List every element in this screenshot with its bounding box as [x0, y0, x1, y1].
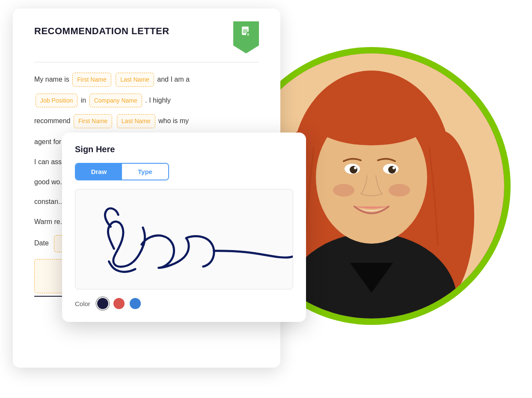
- sign-modal-title: Sign Here: [75, 144, 293, 154]
- doc-header: RECOMMENDATION LETTER $: [34, 26, 259, 53]
- color-dot-blue[interactable]: [130, 298, 141, 309]
- paragraph-1: My name is First Name Last Name and I am…: [34, 73, 259, 87]
- text-recommend: recommend: [34, 117, 72, 124]
- text-who-is-my: who is my: [158, 117, 189, 124]
- svg-point-15: [392, 167, 395, 169]
- svg-text:$: $: [247, 32, 250, 36]
- color-label: Color: [75, 300, 90, 307]
- text-constan: constan...: [34, 198, 64, 205]
- date-label: Date: [34, 239, 49, 247]
- field-company-name[interactable]: Company Name: [89, 94, 142, 108]
- text-in: in: [81, 96, 88, 103]
- signature-drawing: [75, 189, 293, 289]
- scene: RECOMMENDATION LETTER $: [0, 0, 532, 398]
- svg-point-13: [388, 166, 396, 174]
- svg-point-12: [350, 166, 357, 174]
- color-dot-dark[interactable]: [97, 298, 108, 309]
- tab-type[interactable]: Type: [122, 164, 168, 180]
- paragraph-2: Job Position in Company Name . I highly: [34, 94, 259, 108]
- header-divider: [34, 62, 259, 62]
- text-warm-re: Warm re...: [34, 218, 66, 225]
- text-good-wo: good wo...: [34, 178, 66, 186]
- field-job-position[interactable]: Job Position: [36, 94, 77, 108]
- field-first-name-1[interactable]: First Name: [72, 73, 111, 87]
- text-my-name-is: My name is: [34, 76, 71, 83]
- doc-icon-badge: $: [233, 21, 259, 53]
- text-agent-for: agent for: [34, 138, 63, 145]
- field-last-name-2[interactable]: Last Name: [117, 114, 155, 128]
- paragraph-3: recommend First Name Last Name who is my: [34, 114, 259, 128]
- color-dot-red[interactable]: [113, 298, 125, 309]
- svg-point-8: [333, 184, 354, 197]
- doc-title: RECOMMENDATION LETTER: [34, 26, 169, 37]
- svg-point-9: [389, 184, 410, 197]
- svg-point-16: [312, 94, 431, 145]
- sign-tabs: Draw Type: [75, 163, 169, 180]
- field-last-name-1[interactable]: Last Name: [116, 73, 154, 87]
- sign-modal: Sign Here Draw Type Color: [62, 133, 306, 322]
- color-row: Color: [75, 298, 293, 309]
- doc-file-icon: $: [240, 26, 252, 40]
- svg-point-14: [354, 167, 357, 169]
- tab-draw[interactable]: Draw: [76, 164, 122, 180]
- field-first-name-2[interactable]: First Name: [74, 114, 112, 128]
- signature-canvas[interactable]: [75, 189, 293, 289]
- text-highly: . I highly: [145, 96, 171, 103]
- text-and-i-am: and I am a: [157, 76, 190, 83]
